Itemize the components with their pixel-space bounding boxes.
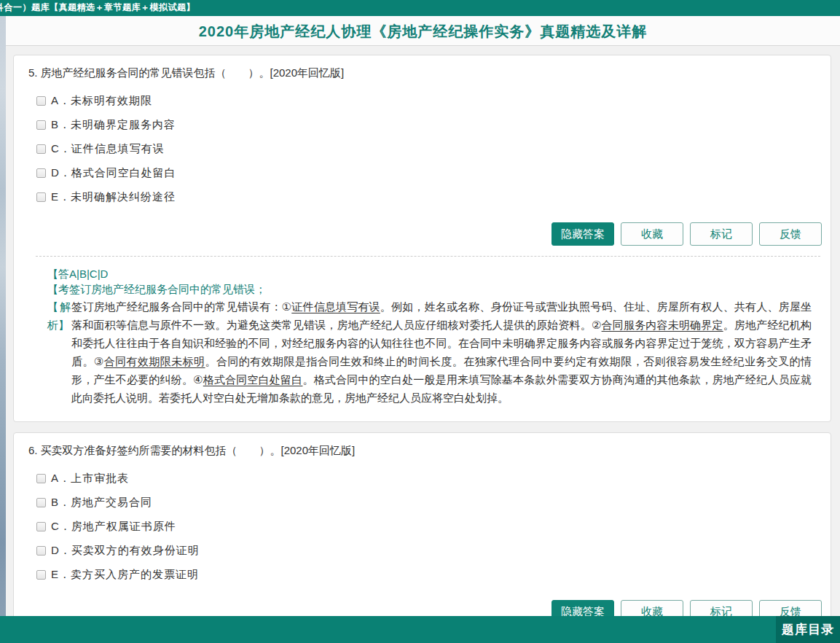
exam-point-label: 【考 — [47, 283, 69, 295]
page: 2020年房地产经纪人协理《房地产经纪操作实务》真题精选及详解 5.房地产经纪服… — [6, 16, 840, 643]
analysis-paragraph: 【解析】 签订房地产经纪服务合同中的常见错误有：①证件信息填写有误。例如，姓名或… — [47, 297, 812, 407]
action-button-row: 隐藏答案收藏标记反馈 — [28, 222, 822, 246]
option-row[interactable]: E．卖方买入房产的发票证明 — [36, 563, 822, 587]
question-bank-catalog-button[interactable]: 题库目录 — [776, 616, 840, 643]
answer-section: 【答A|B|C|D 【考签订房地产经纪服务合同中的常见错误； 【解析】 签订房地… — [47, 266, 822, 407]
option-row[interactable]: D．格式合同空白处留白 — [36, 161, 822, 185]
option-row[interactable]: C．房地产权属证书原件 — [36, 515, 822, 539]
question-text: 买卖双方准备好签约所需要的材料包括（ ）。[2020年回忆版] — [41, 444, 356, 456]
option-row[interactable]: B．房地产交易合同 — [36, 491, 822, 515]
analysis-underlined-term: 格式合同空白处留白 — [203, 373, 303, 386]
answer-separator — [36, 256, 820, 257]
checkbox-unchecked-icon[interactable] — [36, 120, 46, 130]
question-bank-title: 科合一）题库【真题精选＋章节题库＋模拟试题】 — [0, 0, 195, 15]
bottom-bar: 题库目录 — [0, 616, 840, 643]
exam-point-line: 【考签订房地产经纪服务合同中的常见错误； — [47, 281, 812, 297]
options: A．上市审批表 B．房地产交易合同 C．房地产权属证书原件 D．买卖双方的有效身… — [36, 467, 822, 587]
question-list: 5.房地产经纪服务合同的常见错误包括（ ）。[2020年回忆版] A．未标明有效… — [6, 46, 840, 639]
checkbox-unchecked-icon[interactable] — [36, 192, 46, 202]
page-header: 2020年房地产经纪人协理《房地产经纪操作实务》真题精选及详解 — [6, 16, 840, 46]
checkbox-unchecked-icon[interactable] — [36, 474, 46, 483]
mark-button[interactable]: 标记 — [690, 222, 753, 246]
options: A．未标明有效期限 B．未明确界定服务内容 C．证件信息填写有误 D．格式合同空… — [36, 89, 822, 209]
feedback-button[interactable]: 反馈 — [759, 222, 822, 246]
option-label: B．未明确界定服务内容 — [51, 118, 176, 132]
checkbox-unchecked-icon[interactable] — [36, 96, 46, 106]
option-label: D．买卖双方的有效身份证明 — [51, 544, 200, 558]
analysis-underlined-term: 合同有效期限未标明 — [104, 355, 205, 367]
analysis-text: 签订房地产经纪服务合同中的常见错误有：①证件信息填写有误。例如，姓名或名称、身份… — [71, 300, 812, 404]
question-card: 6.买卖双方准备好签约所需要的材料包括（ ）。[2020年回忆版] A．上市审批… — [13, 432, 831, 639]
option-row[interactable]: A．未标明有效期限 — [36, 89, 822, 113]
option-row[interactable]: A．上市审批表 — [36, 467, 822, 491]
answer-value: A|B|C|D — [69, 268, 108, 280]
question-stem: 5.房地产经纪服务合同的常见错误包括（ ）。[2020年回忆版] — [28, 65, 822, 80]
question-card: 5.房地产经纪服务合同的常见错误包括（ ）。[2020年回忆版] A．未标明有效… — [13, 55, 831, 422]
analysis-text-segment: 签订房地产经纪服务合同中的常见错误有：① — [71, 300, 291, 313]
checkbox-unchecked-icon[interactable] — [36, 168, 46, 178]
checkbox-unchecked-icon[interactable] — [36, 546, 46, 556]
analysis-label: 【解析】 — [47, 297, 71, 334]
checkbox-unchecked-icon[interactable] — [36, 144, 46, 154]
background-photo-strip — [0, 16, 6, 643]
option-label: A．上市审批表 — [51, 472, 129, 486]
option-label: C．房地产权属证书原件 — [51, 520, 176, 534]
exam-point-text: 签订房地产经纪服务合同中的常见错误； — [69, 283, 266, 295]
option-row[interactable]: E．未明确解决纠纷途径 — [36, 185, 822, 209]
option-label: A．未标明有效期限 — [51, 94, 152, 108]
question-number: 5. — [28, 66, 38, 79]
answer-line: 【答A|B|C|D — [47, 266, 812, 281]
site-top-bar: 科合一）题库【真题精选＋章节题库＋模拟试题】 — [0, 0, 840, 16]
analysis-underlined-term: 证件信息填写有误 — [291, 300, 380, 313]
analysis-underlined-term: 合同服务内容未明确界定 — [602, 319, 723, 331]
favorite-button[interactable]: 收藏 — [621, 222, 683, 246]
option-label: B．房地产交易合同 — [51, 496, 152, 510]
checkbox-unchecked-icon[interactable] — [36, 522, 46, 531]
question-stem: 6.买卖双方准备好签约所需要的材料包括（ ）。[2020年回忆版] — [28, 443, 822, 458]
question-number: 6. — [28, 444, 38, 456]
option-row[interactable]: C．证件信息填写有误 — [36, 137, 822, 161]
option-row[interactable]: B．未明确界定服务内容 — [36, 113, 822, 137]
option-label: E．卖方买入房产的发票证明 — [51, 568, 199, 582]
question-text: 房地产经纪服务合同的常见错误包括（ ）。[2020年回忆版] — [41, 66, 345, 79]
checkbox-unchecked-icon[interactable] — [36, 498, 46, 507]
option-row[interactable]: D．买卖双方的有效身份证明 — [36, 539, 822, 563]
option-label: D．格式合同空白处留白 — [51, 166, 176, 180]
page-title: 2020年房地产经纪人协理《房地产经纪操作实务》真题精选及详解 — [6, 16, 840, 47]
answer-label: 【答 — [47, 268, 69, 280]
hide-answer-button[interactable]: 隐藏答案 — [552, 222, 614, 246]
option-label: E．未明确解决纠纷途径 — [51, 190, 176, 204]
option-label: C．证件信息填写有误 — [51, 142, 165, 156]
checkbox-unchecked-icon[interactable] — [36, 570, 46, 580]
